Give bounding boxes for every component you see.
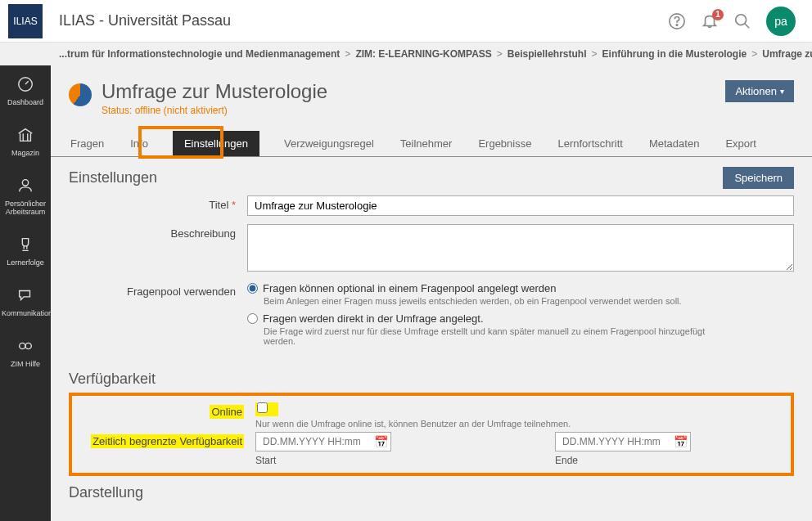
ilias-logo[interactable]: ILIAS	[8, 4, 43, 38]
end-date-input[interactable]	[556, 433, 670, 451]
sidebar-item-lernerfolge[interactable]: Lernerfolge	[0, 226, 51, 276]
online-help: Nur wenn die Umfrage online ist, können …	[255, 419, 786, 429]
tab-info[interactable]: Info	[129, 131, 150, 156]
sidebar-item-magazin[interactable]: Magazin	[0, 116, 51, 167]
description-label: Beschreibung	[69, 224, 247, 274]
availability-highlight-box: Online Nur wenn die Umfrage online ist, …	[69, 393, 794, 476]
chevron-right-icon: >	[751, 48, 757, 60]
survey-icon	[69, 83, 92, 106]
pool-option-2-radio[interactable]	[247, 313, 258, 324]
svg-point-2	[20, 343, 25, 348]
header-title: ILIAS - Universität Passau	[59, 12, 668, 29]
sidebar-item-workspace[interactable]: Persönlicher Arbeitsraum	[0, 167, 51, 226]
pool-option-1-radio[interactable]	[247, 283, 258, 294]
tabs: Fragen Info Einstellungen Verzweigungsre…	[51, 131, 812, 157]
save-button[interactable]: Speichern	[723, 167, 794, 189]
start-date-input[interactable]	[256, 433, 371, 451]
limited-availability-label: Zeitlich begrenzte Verfügbarkeit	[77, 432, 255, 466]
tab-lernfortschritt[interactable]: Lernfortschritt	[556, 131, 624, 156]
tab-fragen[interactable]: Fragen	[69, 131, 106, 156]
start-label: Start	[255, 455, 391, 466]
section-title-darstellung: Darstellung	[69, 484, 794, 501]
svg-point-1	[22, 180, 28, 186]
sidebar-item-label: Persönlicher Arbeitsraum	[2, 200, 49, 216]
tab-teilnehmer[interactable]: Teilnehmer	[399, 131, 454, 156]
notification-badge: 1	[712, 9, 724, 20]
calendar-icon[interactable]: 📅	[670, 435, 690, 448]
sidebar-item-label: Lernerfolge	[2, 258, 49, 267]
pool-option-2-help: Die Frage wird zuerst nur für diese Umfr…	[264, 326, 722, 346]
tab-metadaten[interactable]: Metadaten	[647, 131, 701, 156]
svg-point-3	[25, 343, 31, 348]
svg-point-5	[676, 24, 677, 25]
sidebar: Dashboard Magazin Persönlicher Arbeitsra…	[0, 0, 51, 521]
sidebar-item-kommunikation[interactable]: Kommunikation	[0, 276, 51, 327]
breadcrumb-item[interactable]: ...trum für Informationstechnologie und …	[59, 48, 340, 60]
breadcrumb-item[interactable]: Einführung in die Musterologie	[602, 48, 747, 60]
sidebar-item-label: Dashboard	[2, 98, 49, 106]
help-icon[interactable]	[668, 12, 686, 30]
pool-option-2-label: Fragen werden direkt in der Umfrage ange…	[263, 312, 484, 325]
end-label: Ende	[555, 455, 691, 466]
breadcrumb-item[interactable]: Umfrage zur Musterolog	[762, 48, 812, 60]
breadcrumb-item[interactable]: ZIM: E-LEARNING-KOMPASS	[355, 48, 491, 60]
search-icon[interactable]	[733, 12, 751, 30]
notification-icon[interactable]: 1	[701, 12, 719, 30]
chevron-right-icon: >	[345, 48, 350, 60]
breadcrumb-item[interactable]: Beispiellehrstuhl	[508, 48, 587, 60]
actions-dropdown[interactable]: Aktionen	[725, 80, 794, 102]
breadcrumb: ...trum für Informationstechnologie und …	[0, 43, 812, 65]
svg-point-6	[736, 14, 747, 25]
pool-label: Fragenpool verwenden	[69, 282, 247, 353]
calendar-icon[interactable]: 📅	[371, 435, 390, 448]
sidebar-item-zim-hilfe[interactable]: ZIM Hilfe	[0, 327, 51, 378]
online-checkbox[interactable]	[257, 402, 268, 413]
avatar[interactable]: pa	[766, 7, 796, 36]
online-label: Online	[77, 402, 255, 429]
page-title: Umfrage zur Musterologie	[102, 80, 327, 103]
sidebar-item-label: ZIM Hilfe	[2, 360, 49, 368]
main-content: Umfrage zur Musterologie Status: offline…	[51, 65, 812, 521]
sidebar-item-dashboard[interactable]: Dashboard	[0, 65, 51, 116]
tab-verzweigungsregel[interactable]: Verzweigungsregel	[282, 131, 376, 156]
tab-ergebnisse[interactable]: Ergebnisse	[476, 131, 533, 156]
chevron-right-icon: >	[592, 48, 598, 60]
sidebar-item-label: Kommunikation	[2, 309, 49, 317]
section-title-einstellungen: Einstellungen	[69, 169, 157, 186]
title-input[interactable]	[247, 195, 794, 216]
page-status: Status: offline (nicht aktiviert)	[102, 105, 327, 116]
pool-option-1-label: Fragen können optional in einem Fragenpo…	[263, 282, 556, 294]
title-label: Titel *	[69, 195, 247, 216]
sidebar-item-label: Magazin	[2, 149, 49, 157]
description-textarea[interactable]	[247, 224, 794, 272]
section-title-verfuegbarkeit: Verfügbarkeit	[69, 371, 794, 388]
top-header: ILIAS ILIAS - Universität Passau 1 pa	[0, 0, 812, 43]
tab-einstellungen[interactable]: Einstellungen	[173, 131, 259, 156]
pool-option-1-help: Beim Anlegen einer Fragen muss jeweils e…	[264, 296, 722, 306]
chevron-right-icon: >	[497, 48, 503, 60]
tab-export[interactable]: Export	[724, 131, 758, 156]
